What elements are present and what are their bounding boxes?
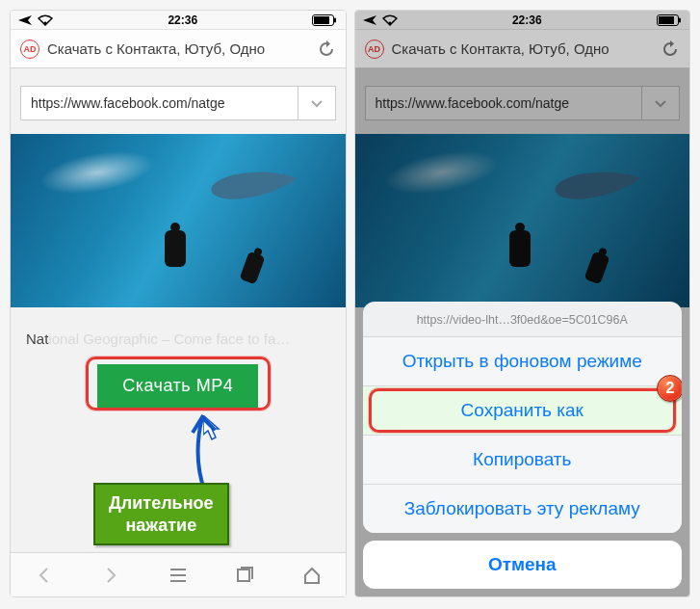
adblock-icon[interactable]: AD [20, 40, 39, 59]
wifi-icon [382, 14, 398, 26]
browser-toolbar [11, 552, 346, 596]
nav-forward-icon[interactable] [98, 563, 123, 588]
menu-icon[interactable] [166, 563, 191, 588]
battery-icon [312, 14, 337, 26]
tabs-icon[interactable] [232, 563, 257, 588]
page-title: Скачать с Контакта, Ютуб, Одно [392, 40, 654, 57]
sheet-save-as[interactable]: Сохранить как [363, 386, 683, 436]
browser-header: AD Скачать с Контакта, Ютуб, Одно [355, 30, 690, 68]
phone-left: 22:36 AD Скачать с Контакта, Ютуб, Одно [10, 10, 347, 597]
url-bar [20, 86, 336, 120]
reload-icon[interactable] [317, 40, 336, 59]
svg-rect-3 [334, 17, 336, 22]
status-time: 22:36 [512, 13, 542, 27]
svg-rect-7 [659, 16, 674, 24]
annotation-badge-2: 2 [657, 375, 682, 402]
video-thumbnail[interactable] [11, 134, 346, 307]
wifi-icon [38, 14, 53, 26]
svg-point-0 [44, 21, 47, 24]
page-content: a. https://video-lht…3f0ed&oe=5C01C96A О… [355, 68, 690, 596]
url-expand-button[interactable] [298, 86, 336, 120]
airplane-icon [363, 14, 376, 26]
svg-rect-8 [679, 17, 681, 22]
status-bar: 22:36 [355, 11, 690, 30]
adblock-icon: AD [365, 40, 384, 59]
svg-point-5 [388, 21, 391, 24]
video-title: National Geographic – Come face to fa… [11, 315, 346, 347]
browser-header: AD Скачать с Контакта, Ютуб, Одно [11, 30, 346, 68]
svg-rect-4 [238, 569, 249, 581]
download-mp4-button[interactable]: Скачать MP4 [97, 364, 258, 408]
annotation-hint: Длительное нажатие [93, 483, 229, 545]
status-bar: 22:36 [11, 11, 346, 30]
sheet-copy[interactable]: Копировать [363, 436, 683, 485]
status-time: 22:36 [168, 13, 197, 27]
svg-rect-2 [314, 16, 329, 24]
nav-back-icon[interactable] [32, 563, 57, 588]
sheet-open-background[interactable]: Открыть в фоновом режиме [363, 337, 683, 386]
battery-icon [657, 14, 682, 26]
url-input[interactable] [20, 86, 298, 120]
airplane-icon [18, 14, 32, 26]
page-content: National Geographic – Come face to fa… С… [11, 68, 346, 596]
sheet-block-ad[interactable]: Заблокировать эту рекламу [363, 485, 683, 533]
sheet-cancel[interactable]: Отмена [363, 541, 683, 589]
reload-icon [661, 40, 680, 59]
page-title: Скачать с Контакта, Ютуб, Одно [47, 40, 309, 57]
home-icon[interactable] [299, 563, 324, 588]
sheet-url: https://video-lht…3f0ed&oe=5C01C96A [363, 302, 683, 337]
action-sheet: https://video-lht…3f0ed&oe=5C01C96A Откр… [363, 302, 683, 589]
phone-right: 22:36 AD Скачать с Контакта, Ютуб, Одно [354, 10, 691, 597]
